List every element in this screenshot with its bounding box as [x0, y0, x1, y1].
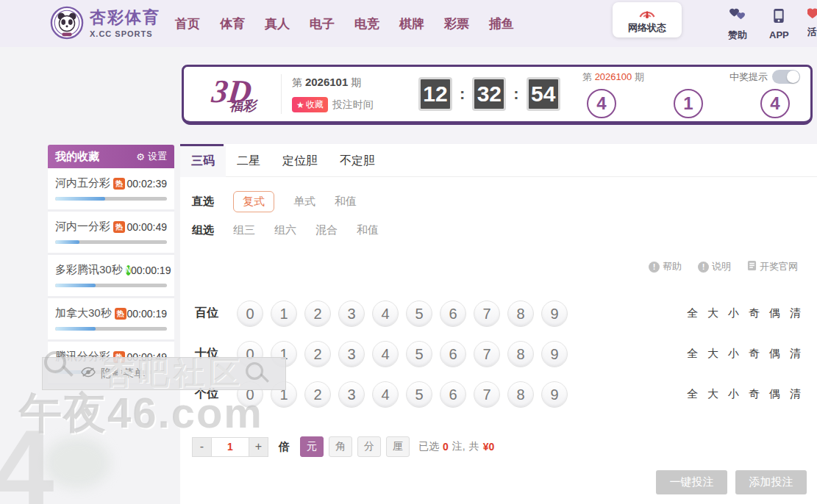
quick-all[interactable]: 全 — [687, 347, 698, 361]
digit-ball[interactable]: 6 — [440, 300, 466, 327]
tab-two-star[interactable]: 二星 — [226, 146, 271, 177]
play-option-sum[interactable]: 和值 — [335, 195, 357, 209]
game-countdown: 00:00:19 — [127, 308, 168, 320]
current-issue-number: 2026101 — [305, 76, 348, 88]
digit-ball[interactable]: 4 — [372, 381, 399, 408]
digit-ball[interactable]: 2 — [304, 300, 331, 327]
digit-ball[interactable]: 6 — [440, 381, 466, 408]
digit-ball[interactable]: 8 — [507, 341, 534, 367]
quick-small[interactable]: 小 — [728, 347, 739, 361]
play-option-mixed[interactable]: 混合 — [315, 223, 338, 237]
digit-row-hundreds: 百位 0 1 2 3 4 5 6 7 8 9 全 大 小 奇 偶 清 — [180, 299, 817, 328]
quick-clear[interactable]: 清 — [790, 306, 801, 320]
instructions-link[interactable]: ! 说明 — [698, 260, 731, 273]
quick-odd[interactable]: 奇 — [749, 347, 760, 361]
digit-ball[interactable]: 9 — [541, 341, 568, 367]
nav-item-slots[interactable]: 电子 — [310, 15, 335, 32]
nav-item-cards[interactable]: 棋牌 — [399, 15, 424, 32]
quick-bet-button[interactable]: 一键投注 — [656, 470, 727, 494]
sponsor-button[interactable]: 赞助 — [728, 8, 747, 42]
digit-ball[interactable]: 7 — [474, 381, 500, 408]
digit-ball[interactable]: 2 — [304, 341, 331, 367]
play-option-group6[interactable]: 组六 — [274, 223, 296, 237]
game-countdown: 00:00:19 — [131, 264, 171, 276]
progress-track — [55, 327, 167, 331]
quick-odd[interactable]: 奇 — [749, 306, 760, 320]
digit-ball[interactable]: 5 — [406, 381, 432, 408]
nav-item-sports[interactable]: 体育 — [220, 15, 245, 32]
quick-big[interactable]: 大 — [707, 306, 718, 320]
digit-ball[interactable]: 7 — [474, 341, 500, 367]
unit-jiao[interactable]: 角 — [329, 436, 352, 457]
digit-ball[interactable]: 6 — [440, 341, 466, 367]
quick-all[interactable]: 全 — [687, 387, 698, 401]
digit-ball[interactable]: 4 — [372, 300, 399, 327]
unit-li[interactable]: 厘 — [386, 436, 410, 457]
nav-item-lottery[interactable]: 彩票 — [444, 15, 469, 32]
sidebar-game-item[interactable]: 多彩腾讯30秒 N 00:00:19 — [48, 255, 174, 298]
official-results-link[interactable]: 开奖官网 — [747, 260, 798, 273]
digit-ball[interactable]: 3 — [338, 381, 365, 408]
app-download-button[interactable]: APP — [769, 8, 789, 40]
nav-item-fishing[interactable]: 捕鱼 — [489, 15, 514, 32]
win-tip-toggle[interactable] — [772, 70, 800, 84]
brand-logo[interactable]: 杏彩体育 X.CC SPORTS — [50, 6, 160, 43]
digit-ball[interactable]: 0 — [237, 300, 263, 327]
sidebar-game-item[interactable]: 河内一分彩 热 00:00:49 — [48, 212, 174, 255]
nav-item-live[interactable]: 真人 — [265, 15, 290, 32]
digit-ball[interactable]: 9 — [541, 381, 568, 408]
play-option-group3[interactable]: 组三 — [233, 223, 255, 237]
tab-any-dan[interactable]: 不定胆 — [329, 146, 386, 177]
quick-small[interactable]: 小 — [728, 387, 739, 401]
partial-nav-item[interactable]: 活 — [807, 8, 817, 39]
quick-clear[interactable]: 清 — [790, 387, 801, 401]
play-option-duplex[interactable]: 复式 — [233, 191, 274, 212]
sidebar-game-item[interactable]: 加拿大30秒 热 00:00:19 — [48, 298, 174, 342]
background-blob — [44, 437, 110, 489]
plus-button[interactable]: + — [249, 437, 268, 457]
digit-ball[interactable]: 1 — [271, 300, 297, 327]
sidebar-game-item[interactable]: 河内五分彩 热 00:02:39 — [48, 168, 174, 212]
info-icon: ! — [649, 262, 660, 273]
favorite-badge-button[interactable]: ★ 收藏 — [292, 97, 328, 112]
unit-yuan[interactable]: 元 — [300, 436, 324, 457]
digit-ball[interactable]: 5 — [406, 341, 432, 367]
tab-position-dan[interactable]: 定位胆 — [271, 146, 329, 177]
network-status-card[interactable]: 网络状态 — [613, 2, 682, 37]
previous-issue: 第 2026100 期 — [582, 71, 644, 84]
sponsor-label: 赞助 — [728, 29, 747, 42]
hide-menu-button[interactable]: 隐藏菜单 — [42, 357, 286, 390]
add-bet-button[interactable]: 添加投注 — [735, 470, 807, 494]
unit-fen[interactable]: 分 — [357, 436, 381, 457]
nav-item-home[interactable]: 首页 — [175, 15, 200, 32]
digit-ball[interactable]: 8 — [507, 381, 534, 408]
phone-icon — [773, 8, 785, 26]
digit-ball[interactable]: 9 — [541, 300, 568, 327]
digit-ball[interactable]: 8 — [507, 300, 534, 327]
quick-clear[interactable]: 清 — [790, 347, 801, 361]
quick-all[interactable]: 全 — [687, 306, 698, 320]
quick-even[interactable]: 偶 — [769, 347, 780, 361]
play-option-single[interactable]: 单式 — [293, 195, 315, 209]
quick-big[interactable]: 大 — [707, 347, 718, 361]
digit-ball[interactable]: 2 — [304, 381, 331, 408]
play-option-combo-sum[interactable]: 和值 — [357, 223, 379, 237]
nav-item-esports[interactable]: 电竞 — [354, 15, 379, 32]
quick-big[interactable]: 大 — [707, 387, 718, 401]
settings-button[interactable]: ⚙ 设置 — [136, 150, 167, 163]
digit-ball[interactable]: 5 — [406, 300, 432, 327]
game-name: 加拿大30秒 — [55, 306, 112, 320]
quick-even[interactable]: 偶 — [769, 306, 780, 320]
quick-even[interactable]: 偶 — [769, 387, 780, 401]
help-link[interactable]: ! 帮助 — [649, 260, 682, 273]
quick-small[interactable]: 小 — [728, 306, 739, 320]
minus-button[interactable]: - — [192, 437, 212, 457]
digit-ball[interactable]: 3 — [338, 300, 365, 327]
digit-ball[interactable]: 4 — [372, 341, 399, 367]
tab-three-digit[interactable]: 三码 — [180, 146, 226, 177]
quick-odd[interactable]: 奇 — [749, 387, 760, 401]
digit-ball[interactable]: 3 — [338, 341, 365, 367]
multiplier-input[interactable] — [212, 437, 249, 457]
hot-badge: 热 — [115, 308, 126, 320]
digit-ball[interactable]: 7 — [474, 300, 500, 327]
